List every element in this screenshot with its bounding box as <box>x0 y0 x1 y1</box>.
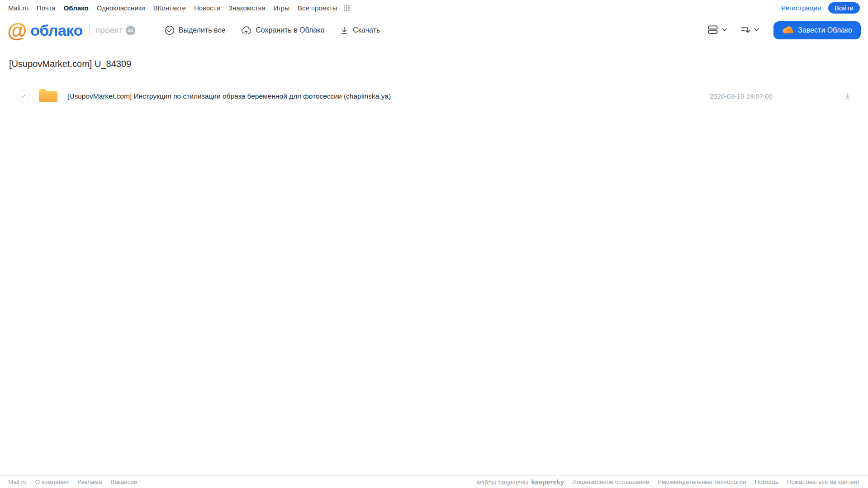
kaspersky-protected: Файлы защищены kaspersky <box>477 479 564 486</box>
protected-label: Файлы защищены <box>477 479 529 486</box>
mailru-at-icon: @ <box>7 20 27 41</box>
portal-nav: Mail.ru Почта Облако Одноклассники ВКонт… <box>0 0 868 15</box>
cloud-upload-icon <box>241 25 251 35</box>
check-icon <box>20 92 26 100</box>
header: @ облако проект vk Выделить все <box>0 15 868 45</box>
footer-right-links: Файлы защищены kaspersky Лицензионное со… <box>477 479 860 486</box>
file-row[interactable]: [UsupovMarket.com] Инструкция по стилиза… <box>0 85 868 108</box>
topnav-link-odnoklassniki[interactable]: Одноклассники <box>97 4 145 12</box>
header-right-controls: Завести Облако <box>705 21 861 39</box>
topnav-auth: Регистрация Войти <box>781 2 860 14</box>
footer-link-vakansii[interactable]: Вакансии <box>110 479 138 485</box>
topnav-link-mailru[interactable]: Mail.ru <box>8 4 28 12</box>
registration-link[interactable]: Регистрация <box>781 4 821 12</box>
vk-badge-icon: vk <box>126 26 135 35</box>
file-name-link[interactable]: [UsupovMarket.com] Инструкция по стилиза… <box>67 92 391 100</box>
footer-link-recommendation-tech[interactable]: Рекомендательные технологии <box>658 479 746 485</box>
topnav-link-vse-proekty[interactable]: Все проекты <box>298 4 337 12</box>
footer-link-reklama[interactable]: Реклама <box>77 479 102 485</box>
cloud-share-page: Mail.ru Почта Облако Одноклассники ВКонт… <box>0 0 868 488</box>
orange-cloud-icon <box>782 25 793 36</box>
topnav-link-pochta[interactable]: Почта <box>37 4 56 12</box>
save-to-cloud-label: Сохранить в Облако <box>256 26 324 34</box>
sort-icon <box>740 25 751 36</box>
kaspersky-brand-link[interactable]: kaspersky <box>531 479 564 486</box>
check-circle-icon <box>165 25 175 35</box>
view-mode-dropdown[interactable] <box>705 23 730 38</box>
select-all-button[interactable]: Выделить все <box>165 25 225 35</box>
chevron-down-icon <box>753 26 760 35</box>
save-to-cloud-button[interactable]: Сохранить в Облако <box>241 25 324 35</box>
file-actions-toolbar: Выделить все Сохранить в Облако <box>165 25 380 35</box>
login-button[interactable]: Войти <box>828 2 860 14</box>
logo-divider <box>89 26 90 35</box>
project-label: проект <box>95 25 123 35</box>
list-view-icon <box>707 24 719 37</box>
footer-left-links: Mail.ru О компании Реклама Вакансии <box>8 479 138 485</box>
topnav-link-igry[interactable]: Игры <box>274 4 289 12</box>
file-date: 2020-03-10 19:07:00 <box>710 92 773 100</box>
footer-link-license[interactable]: Лицензионное соглашение <box>573 479 649 485</box>
create-cloud-label: Завести Облако <box>798 26 852 34</box>
download-icon <box>340 26 349 35</box>
create-cloud-button[interactable]: Завести Облако <box>773 21 861 39</box>
download-label: Скачать <box>353 26 380 34</box>
cloud-logo[interactable]: @ облако проект vk <box>7 20 135 41</box>
topnav-link-oblako[interactable]: Облако <box>64 4 89 12</box>
download-button[interactable]: Скачать <box>340 26 380 35</box>
topnav-link-vkontakte[interactable]: ВКонтакте <box>153 4 186 12</box>
all-projects-grid-icon[interactable] <box>344 5 350 11</box>
sort-dropdown[interactable] <box>738 23 762 38</box>
footer-link-help[interactable]: Помощь <box>755 479 778 485</box>
folder-icon <box>38 87 58 105</box>
select-all-label: Выделить все <box>179 26 225 34</box>
footer-link-mailru[interactable]: Mail.ru <box>8 479 27 485</box>
footer-link-report-content[interactable]: Пожаловаться на контент <box>787 479 860 485</box>
chevron-down-icon <box>721 26 728 35</box>
footer-link-o-kompanii[interactable]: О компании <box>35 479 69 485</box>
topnav-link-znakomstva[interactable]: Знакомства <box>228 4 266 12</box>
logo-text: облако <box>30 22 83 39</box>
file-checkbox[interactable] <box>17 90 29 103</box>
topnav-link-novosti[interactable]: Новости <box>194 4 220 12</box>
file-download-button[interactable] <box>843 92 852 100</box>
page-title: [UsupovMarket.com] U_84309 <box>9 59 868 69</box>
footer: Mail.ru О компании Реклама Вакансии Файл… <box>0 475 868 488</box>
